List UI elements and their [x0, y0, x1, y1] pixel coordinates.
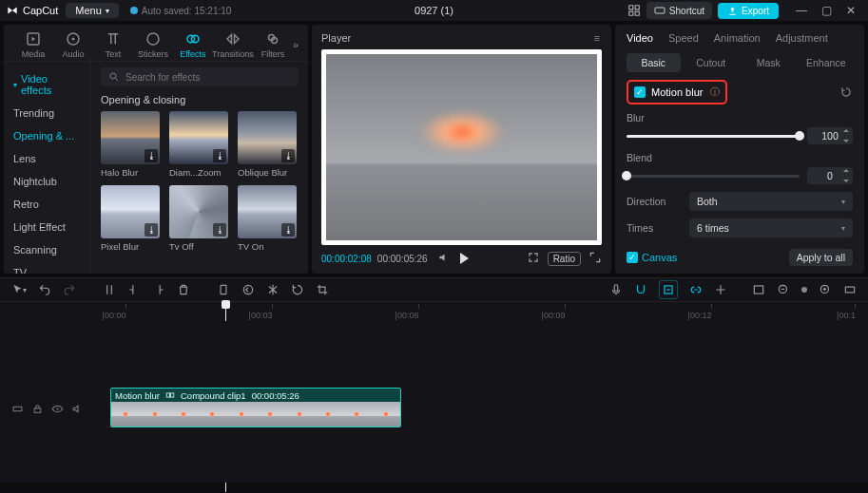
- timeline-ruler[interactable]: |00:00 |00:03 |00:06 |00:09 |00:12 |00:1: [0, 302, 868, 321]
- thumb-caption: Pixel Blur: [101, 241, 160, 252]
- info-icon[interactable]: ⓘ: [710, 85, 720, 99]
- export-button[interactable]: Export: [718, 3, 779, 19]
- category-light-effect[interactable]: Light Effect: [4, 216, 90, 238]
- effect-thumb[interactable]: ⭳Oblique Blur: [238, 111, 297, 178]
- category-opening[interactable]: Opening & ...: [4, 124, 90, 147]
- download-icon[interactable]: ⭳: [281, 149, 295, 162]
- download-icon[interactable]: ⭳: [145, 149, 158, 162]
- effects-area: Search for effects Opening & closing ⭳Ha…: [91, 62, 308, 274]
- category-retro[interactable]: Retro: [4, 193, 90, 216]
- cover-button[interactable]: [752, 283, 765, 296]
- split-right-button[interactable]: [152, 283, 165, 296]
- window-close-icon[interactable]: ✕: [839, 4, 862, 17]
- download-icon[interactable]: ⭳: [281, 223, 295, 237]
- track-visibility-icon[interactable]: [51, 403, 64, 417]
- delete-button[interactable]: [177, 283, 190, 296]
- blur-value-input[interactable]: 100: [807, 127, 853, 144]
- track-collapse-icon[interactable]: [11, 403, 24, 417]
- tab-effects[interactable]: Effects: [173, 30, 213, 59]
- preview-axis-button[interactable]: [714, 283, 727, 296]
- linkage-button[interactable]: [689, 283, 703, 296]
- tab-speed[interactable]: Speed: [668, 32, 699, 44]
- player-viewport[interactable]: [321, 49, 602, 245]
- auto-snap-button[interactable]: [659, 280, 678, 299]
- motion-blur-checkbox[interactable]: ✓: [634, 86, 646, 98]
- blur-slider[interactable]: [627, 135, 800, 138]
- subtab-basic[interactable]: Basic: [627, 53, 681, 72]
- reset-icon[interactable]: [839, 85, 853, 99]
- more-tabs-button[interactable]: »: [293, 39, 299, 50]
- download-icon[interactable]: ⭳: [145, 223, 158, 237]
- category-trending[interactable]: Trending: [4, 102, 90, 124]
- subtab-cutout[interactable]: Cutout: [685, 53, 739, 72]
- category-lens[interactable]: Lens: [4, 147, 90, 170]
- undo-button[interactable]: [38, 283, 51, 296]
- blend-slider[interactable]: [627, 175, 800, 178]
- effect-thumb[interactable]: ⭳Tv Off: [169, 185, 228, 252]
- effect-thumb[interactable]: ⭳Pixel Blur: [101, 185, 160, 252]
- crop-view-icon[interactable]: [527, 251, 540, 266]
- category-nightclub[interactable]: Nightclub: [4, 170, 90, 193]
- split-button[interactable]: [103, 283, 116, 296]
- reverse-button[interactable]: [241, 283, 255, 296]
- tab-text[interactable]: Text: [93, 30, 133, 59]
- tab-filters[interactable]: Filters: [253, 30, 293, 59]
- blur-label: Blur: [627, 112, 853, 123]
- effect-thumb[interactable]: ⭳Halo Blur: [101, 111, 160, 178]
- fullscreen-icon[interactable]: [588, 251, 602, 266]
- apply-to-all-button[interactable]: Apply to all: [789, 249, 853, 266]
- canvas-checkbox[interactable]: ✓: [627, 252, 638, 263]
- play-button[interactable]: [460, 253, 469, 264]
- zoom-slider-icon[interactable]: [801, 287, 807, 293]
- rotate-button[interactable]: [291, 283, 304, 296]
- mirror-button[interactable]: [266, 283, 280, 296]
- tab-transitions[interactable]: Transitions: [213, 30, 253, 59]
- window-maximize-icon[interactable]: ▢: [815, 4, 838, 17]
- autosave-dot-icon: [130, 7, 138, 14]
- effect-thumb[interactable]: ⭳TV On: [238, 185, 297, 252]
- mic-button[interactable]: [609, 283, 623, 296]
- zoom-fit-button[interactable]: [843, 283, 857, 296]
- blend-value-input[interactable]: 0: [807, 167, 853, 184]
- download-icon[interactable]: ⭳: [213, 149, 226, 162]
- subtab-mask[interactable]: Mask: [742, 53, 796, 72]
- category-tv[interactable]: TV: [4, 261, 90, 274]
- freeze-button[interactable]: [217, 283, 230, 296]
- direction-select[interactable]: Both▾: [689, 192, 853, 211]
- ratio-button[interactable]: Ratio: [548, 252, 581, 266]
- zoom-out-button[interactable]: [777, 283, 790, 296]
- times-select[interactable]: 6 times▾: [689, 218, 853, 237]
- track-mute-icon[interactable]: [71, 403, 84, 417]
- subtab-enhance[interactable]: Enhance: [800, 53, 854, 72]
- layout-grid-icon[interactable]: [627, 4, 641, 17]
- tab-media[interactable]: Media: [13, 30, 53, 59]
- volume-icon[interactable]: [437, 251, 451, 266]
- timeline-clip[interactable]: Motion blur Compound clip1 00:00:05:26: [110, 388, 401, 427]
- effects-search-input[interactable]: Search for effects: [101, 67, 299, 86]
- tab-video[interactable]: Video: [627, 32, 653, 44]
- effect-thumb[interactable]: ⭳Diam...Zoom: [169, 111, 228, 178]
- tab-animation[interactable]: Animation: [714, 32, 761, 44]
- zoom-in-button[interactable]: [819, 283, 832, 296]
- tab-audio[interactable]: Audio: [53, 30, 93, 59]
- tab-stickers[interactable]: Stickers: [133, 30, 173, 59]
- svg-rect-17: [845, 287, 854, 293]
- titlebar: CapCut Menu ▾ Auto saved: 15:21:10 0927 …: [0, 0, 868, 21]
- timeline-body[interactable]: Motion blur Compound clip1 00:00:05:26: [0, 321, 868, 483]
- menu-button[interactable]: Menu ▾: [66, 3, 119, 18]
- player-menu-icon[interactable]: ≡: [594, 32, 602, 44]
- brand-label: CapCut: [23, 5, 58, 16]
- split-left-button[interactable]: [127, 283, 141, 296]
- shortcut-button[interactable]: Shortcut: [646, 2, 712, 19]
- track-lock-icon[interactable]: [31, 403, 44, 417]
- crop-button[interactable]: [316, 283, 329, 296]
- category-header[interactable]: Video effects: [4, 67, 90, 102]
- download-icon[interactable]: ⭳: [213, 223, 226, 237]
- category-scanning[interactable]: Scanning: [4, 238, 90, 261]
- audio-icon: [65, 30, 82, 47]
- window-minimize-icon[interactable]: —: [790, 4, 813, 17]
- tab-adjustment[interactable]: Adjustment: [776, 32, 828, 44]
- main-track-magnet-button[interactable]: [634, 283, 647, 296]
- pointer-tool[interactable]: ▾: [11, 283, 27, 296]
- redo-button[interactable]: [63, 283, 76, 296]
